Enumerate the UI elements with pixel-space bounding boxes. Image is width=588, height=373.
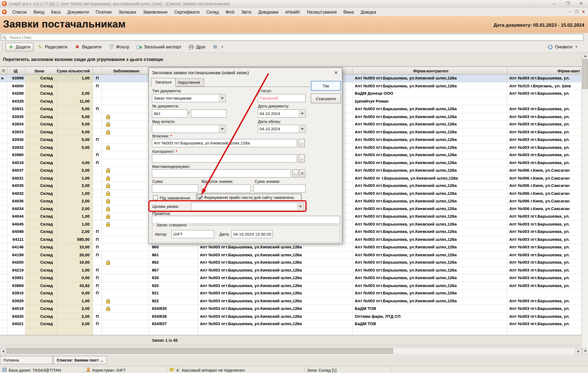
cell-consignee-firm: Апт №003 пгт.Барышевка, ул.: [507, 274, 582, 282]
scroll-right-icon[interactable]: [575, 348, 581, 354]
tab-supplier-requests-list[interactable]: Список: Заявки пост ...: [53, 356, 107, 364]
menu-item[interactable]: Філії: [222, 8, 238, 15]
discount-sum-input[interactable]: [254, 184, 306, 192]
mdi-restore-icon[interactable]: ❐: [575, 10, 578, 14]
chevron-down-icon[interactable]: [219, 125, 225, 132]
menu-item[interactable]: eHealth: [282, 8, 303, 15]
table-row[interactable]: 64200 Склад 10,00 862 Апт №003 пгт.Барыш…: [0, 259, 582, 266]
doc-date-picker[interactable]: 04.10.2024: [258, 109, 306, 118]
column-header-p-flag[interactable]: [93, 67, 102, 75]
author-input[interactable]: GIFT: [171, 230, 214, 238]
table-row[interactable]: 64146 Склад 10,00 П 860 Апт №003 пгт.Бар…: [0, 243, 582, 251]
table-row[interactable]: 63951 Склад 0,00 П 830 Апт №003 пгт.Бары…: [0, 274, 582, 282]
owner-input[interactable]: Апт №003 пгт.Барышевка, ул.Киевский шлях…: [152, 139, 297, 147]
sum-input[interactable]: [152, 184, 199, 192]
mdi-close-icon[interactable]: ✕: [582, 10, 585, 14]
table-row[interactable]: 64219 Склад 1,00 П 867 Апт №003 пгт.Бары…: [0, 267, 582, 274]
table-row[interactable]: 64021 Склад 2,00 П 834/837 Апт №003 пгт.…: [0, 320, 582, 328]
row-indicator: [0, 289, 8, 297]
created-date-input[interactable]: 04.10.2024 13:30:20: [231, 230, 273, 238]
menu-item[interactable]: Довідка: [357, 8, 380, 15]
menu-item[interactable]: Каса: [48, 8, 64, 15]
horizontal-scroll-thumb[interactable]: [7, 349, 393, 354]
dialog-close-icon[interactable]: ✕: [333, 70, 339, 76]
tab-home[interactable]: Головна: [0, 356, 53, 364]
table-row[interactable]: 64019 Склад 2,00 834/835 Апт №003 пгт.Ба…: [0, 305, 582, 313]
table-row[interactable]: 64199 Склад 20,00 П 861 Апт №003 пгт.Бар…: [0, 251, 582, 259]
cell-doc-number: 861: [149, 251, 198, 259]
delete-button[interactable]: ✖ Видалити: [72, 42, 105, 51]
window-maximize-icon[interactable]: ❐: [561, 0, 575, 7]
menu-item[interactable]: Замовлення: [139, 8, 171, 15]
chevron-down-icon[interactable]: [299, 125, 305, 132]
filter-button[interactable]: Фільтр: [106, 42, 132, 51]
column-header-id[interactable]: ІД: [8, 67, 26, 75]
consignee-browse-button[interactable]: ...: [293, 169, 298, 177]
column-header-qty[interactable]: Сума кількостей: [57, 67, 93, 75]
table-row[interactable]: [0, 328, 582, 335]
horizontal-scrollbar[interactable]: [0, 348, 582, 354]
print-button[interactable]: Друк: [185, 42, 208, 51]
menu-item[interactable]: Склад: [203, 8, 222, 15]
owner-browse-button[interactable]: ...: [298, 139, 305, 147]
contractor-input[interactable]: [152, 154, 297, 162]
chevron-down-icon[interactable]: [219, 95, 225, 101]
view-options-button[interactable]: ▼: [209, 42, 227, 51]
menu-item[interactable]: Вихід: [30, 8, 48, 15]
edit-button[interactable]: ✎ Редагувати: [34, 42, 70, 51]
menu-item[interactable]: Вікна: [340, 8, 357, 15]
pay-type-select[interactable]: [152, 125, 226, 133]
refresh-button[interactable]: Оновити ▼: [544, 42, 581, 51]
menu-item[interactable]: Документи: [64, 8, 92, 15]
menu-item[interactable]: Залишки: [115, 8, 140, 15]
grid-corner[interactable]: ⊟: [0, 67, 8, 75]
tab-rounding[interactable]: Округлення: [174, 78, 204, 87]
doc-number-suffix-input[interactable]: [191, 109, 227, 118]
menu-item[interactable]: Налаштування: [303, 8, 340, 15]
contractor-browse-button[interactable]: ...: [298, 154, 305, 162]
search-input[interactable]: [1, 34, 584, 41]
mdi-minimize-icon[interactable]: ─: [568, 10, 571, 14]
toolbar-grip[interactable]: [2, 43, 3, 51]
price-list-checkbox[interactable]: [198, 195, 203, 200]
menu-item[interactable]: Платежі: [92, 8, 115, 15]
chevron-down-icon[interactable]: [297, 203, 303, 210]
window-close-icon[interactable]: ✕: [574, 0, 588, 7]
cancel-button[interactable]: Скасувати: [311, 94, 341, 103]
consignee-input[interactable]: [152, 169, 291, 177]
discount-pct-input[interactable]: [201, 184, 251, 192]
add-button[interactable]: + Додати: [5, 42, 33, 51]
price-condition-select[interactable]: [191, 202, 304, 211]
menu-item[interactable]: Звіти: [238, 8, 255, 15]
table-row[interactable]: 63929 Склад 1,00 822 Апт №003 пгт.Барыше…: [0, 297, 582, 305]
scroll-left-icon[interactable]: [0, 348, 6, 354]
vertical-scroll-thumb[interactable]: [582, 60, 587, 89]
table-row[interactable]: 64020 Склад 2,00 П 834/836 Апт №003 пгт.…: [0, 313, 582, 320]
chevron-down-icon[interactable]: [299, 110, 305, 117]
table-row[interactable]: 63910 Склад 0,00 П 821 Апт №003 пгт.Бары…: [0, 289, 582, 297]
export-button[interactable]: Загальний експорт: [133, 42, 184, 51]
column-header-contractor-firm[interactable]: Фірма-контрагент: [353, 67, 507, 75]
menu-item[interactable]: Список: [9, 8, 30, 15]
scroll-up-icon[interactable]: [582, 53, 588, 59]
consignee-clear-button[interactable]: X: [300, 169, 305, 177]
menu-item[interactable]: Сертифікати: [171, 8, 203, 15]
doc-number-input[interactable]: 961: [152, 109, 188, 118]
cell-zone: Склад: [26, 159, 57, 167]
column-header-zone[interactable]: Зона: [26, 67, 57, 75]
under-order-checkbox[interactable]: [153, 195, 158, 200]
vertical-scrollbar[interactable]: [582, 53, 588, 354]
account-date-picker[interactable]: 04.10.2024: [258, 125, 306, 133]
ok-button[interactable]: Так: [311, 81, 341, 91]
doc-type-select[interactable]: Заказ поставщикам: [152, 94, 226, 102]
column-header-blocked[interactable]: Заблоковано: [102, 67, 149, 75]
column-header-consignee-firm[interactable]: Фірма-вант: [507, 67, 582, 75]
scroll-down-icon[interactable]: [582, 348, 588, 354]
menu-item[interactable]: Довідники: [255, 8, 282, 15]
table-row[interactable]: 63869 Склад 43,82 П 820 Апт №003 пгт.Бар…: [0, 282, 582, 289]
window-minimize-icon[interactable]: ─: [547, 0, 561, 7]
cell-p-flag: П: [93, 236, 102, 243]
tab-general[interactable]: Загальні: [151, 78, 176, 87]
cell-doc-number: 820: [149, 282, 198, 289]
group-by-panel[interactable]: Перетягніть заголовок колонки сюди для у…: [0, 53, 588, 67]
